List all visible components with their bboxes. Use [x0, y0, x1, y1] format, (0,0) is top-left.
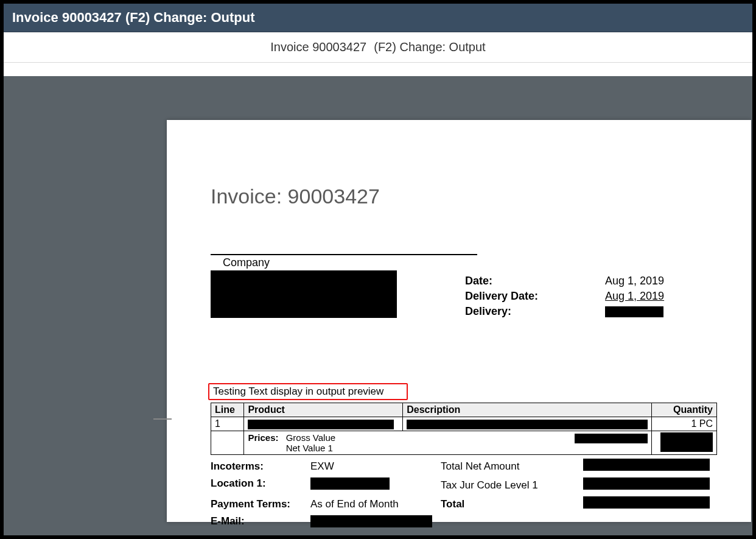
- total-label: Total: [441, 498, 583, 510]
- preview-canvas[interactable]: Invoice: 90003427 Company Date: Aug 1, 2…: [4, 76, 752, 539]
- cell-product: [244, 417, 403, 431]
- invoice-footer: Incoterms: EXW Total Net Amount Location…: [211, 459, 717, 534]
- email-label: E-Mail:: [211, 515, 310, 530]
- subheader-wrap: Invoice 90003427 (F2) Change: Output: [4, 32, 752, 76]
- subheader-left: Invoice 90003427: [270, 40, 366, 54]
- cell-description: [403, 417, 652, 431]
- window-title: Invoice 90003427 (F2) Change: Output: [12, 10, 255, 25]
- company-label: Company: [223, 256, 270, 270]
- cell-prices: Prices: Gross Value Net Value 1: [244, 431, 652, 455]
- redacted-product: [248, 420, 394, 429]
- redacted-description: [407, 420, 648, 429]
- delivery-date-label: Delivery Date:: [465, 290, 605, 303]
- address-rule: [211, 254, 477, 255]
- highlight-annotation: Testing Text display in output preview: [208, 383, 408, 400]
- redacted-total-net: [583, 459, 710, 471]
- redacted-delivery-value: [605, 306, 663, 317]
- table-row: 1 1 PC: [211, 417, 717, 431]
- prices-label: Prices:: [248, 432, 283, 443]
- cell-price-amount: [652, 431, 717, 455]
- table-prices-row: Prices: Gross Value Net Value 1: [211, 431, 717, 455]
- invoice-heading: Invoice: 90003427: [211, 185, 380, 208]
- subheader: Invoice 90003427 (F2) Change: Output: [4, 32, 752, 63]
- redacted-tax: [583, 477, 710, 490]
- incoterms-label: Incoterms:: [211, 460, 310, 473]
- th-line: Line: [211, 403, 244, 417]
- price-line-0: Gross Value: [286, 432, 335, 443]
- redacted-company-address: [211, 270, 397, 318]
- subheader-right: (F2) Change: Output: [374, 40, 485, 54]
- redacted-total: [583, 496, 710, 509]
- incoterms-value: EXW: [310, 460, 334, 473]
- delivery-date-value: Aug 1, 2019: [605, 290, 664, 303]
- payment-terms-value: As of End of Month: [310, 498, 399, 510]
- highlight-text: Testing Text display in output preview: [213, 386, 383, 398]
- invoice-meta: Date: Aug 1, 2019 Delivery Date: Aug 1, …: [465, 275, 727, 320]
- document-page: Invoice: 90003427 Company Date: Aug 1, 2…: [167, 120, 751, 522]
- th-product: Product: [244, 403, 403, 417]
- redacted-price-mid: [575, 434, 648, 443]
- cell-quantity: 1 PC: [652, 417, 717, 431]
- window-title-bar: Invoice 90003427 (F2) Change: Output: [4, 4, 752, 32]
- th-description: Description: [403, 403, 652, 417]
- location1-label: Location 1:: [211, 477, 310, 493]
- tax-label: Tax Jur Code Level 1: [441, 479, 583, 491]
- price-line-1: Net Value 1: [286, 443, 333, 453]
- cell-line: 1: [211, 417, 244, 431]
- date-value: Aug 1, 2019: [605, 275, 664, 287]
- delivery-label: Delivery:: [465, 305, 605, 318]
- date-label: Date:: [465, 275, 605, 287]
- cell-empty: [211, 431, 244, 455]
- payment-terms-label: Payment Terms:: [211, 498, 310, 510]
- toolbar-strip: [4, 63, 752, 76]
- company-block: Company: [211, 256, 427, 318]
- ruler-notch: [153, 418, 172, 420]
- redacted-price-amount: [660, 432, 713, 452]
- total-net-label: Total Net Amount: [441, 460, 583, 473]
- th-quantity: Quantity: [652, 403, 717, 417]
- redacted-email: [310, 515, 432, 527]
- redacted-location1: [310, 477, 390, 490]
- line-items-table: Line Product Description Quantity 1 1 PC: [211, 403, 717, 455]
